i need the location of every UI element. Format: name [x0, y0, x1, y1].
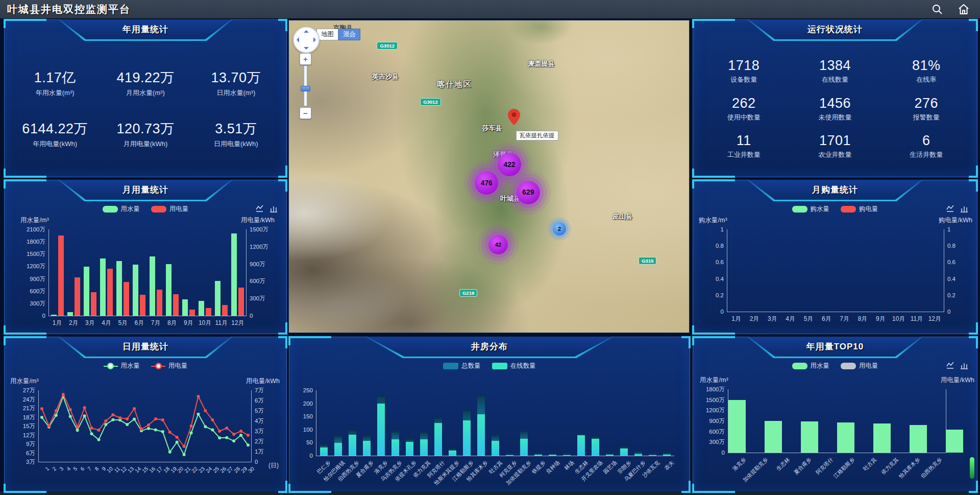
online-bar: [620, 449, 628, 456]
map-pan-control[interactable]: [293, 27, 320, 53]
panel-title-decor: 井房分布: [365, 337, 614, 358]
stacked-bar: [334, 390, 342, 456]
panel-title: 月用量统计: [60, 180, 231, 200]
run-status-stats: 1718设备数量 1384在线数量 81%在线率 262使用中数量 1456未使…: [698, 46, 972, 171]
x-axis-label: 9月: [876, 315, 886, 323]
map-type-button-map[interactable]: 地图: [316, 29, 338, 40]
stacked-bar: [420, 390, 428, 456]
bar-group: [449, 390, 456, 456]
bar-group: [84, 229, 96, 316]
chart-legend: 购水量购电量: [693, 205, 977, 214]
legend-swatch: [792, 363, 807, 369]
right-axis-title: 用电量/kWh: [246, 377, 280, 386]
panel-daily-usage-chart: 日用量统计 用水量用电量 用水量/m³用电量/kWh27万24万21万18万15…: [4, 337, 287, 492]
zoom-out-button[interactable]: −: [300, 107, 311, 119]
axis-tick-label: 300万: [709, 438, 725, 446]
axis-tick-label: 0: [947, 309, 950, 315]
x-axis-labels: 1月2月3月4月5月6月7月8月9月10月11月12月: [49, 316, 246, 339]
bar: [140, 295, 145, 316]
home-icon[interactable]: [958, 3, 970, 15]
map-type-button-hybrid[interactable]: 混合: [338, 29, 360, 40]
legend-item[interactable]: 用水量: [792, 362, 830, 370]
bar-group: [182, 229, 195, 316]
bar-group: [434, 390, 442, 456]
axis-tick-label: 1200万: [706, 407, 725, 414]
stacked-bar: [520, 390, 528, 456]
well-cluster-marker[interactable]: 476: [475, 171, 498, 195]
stacked-bar: [377, 390, 385, 456]
line-chart-toggle-icon[interactable]: [256, 205, 264, 215]
corner-decor: [969, 336, 978, 348]
stacked-bar: [492, 390, 499, 456]
dashboard: 叶城县井电双控监测平台 年用量统计 1.17亿年用水量(m³) 419.22万月…: [0, 0, 980, 495]
corner-decor: [969, 179, 978, 192]
well-cluster-marker[interactable]: 629: [517, 181, 540, 204]
axis-tick-label: 0: [250, 313, 253, 319]
online-bar: [334, 443, 342, 456]
road-badge: G219: [459, 289, 477, 297]
pan-up-icon[interactable]: [304, 30, 309, 33]
axis-tick-label: 0: [310, 453, 313, 459]
axis-tick-label: 0: [722, 450, 725, 456]
line-chart-toggle-icon[interactable]: [946, 362, 955, 371]
bar: [91, 292, 96, 316]
bar-chart-toggle-icon[interactable]: [960, 362, 969, 371]
bar: [873, 423, 891, 453]
pan-down-icon[interactable]: [304, 47, 309, 50]
bar: [67, 312, 73, 316]
well-cluster-marker[interactable]: 422: [498, 153, 521, 176]
bar-group: [67, 229, 80, 316]
well-cluster-marker[interactable]: 42: [488, 235, 508, 254]
x-axis-label: 5月: [804, 315, 814, 323]
satellite-map[interactable]: 克陶县 地图 混合 + − 瓦依提扎依提 英吉沙县喀什地区麦盖提县莎车县泽普县叶…: [289, 20, 689, 333]
legend-item[interactable]: 用电量: [151, 362, 188, 370]
legend-item[interactable]: 用水量: [103, 205, 140, 214]
legend-item[interactable]: 用电量: [841, 362, 878, 370]
zoom-in-button[interactable]: +: [300, 53, 311, 65]
axis-tick-label: 1200万: [27, 263, 45, 270]
chart-legend: 用水量用电量: [5, 205, 286, 214]
map-pin-icon[interactable]: [508, 109, 520, 125]
bar-chart-toggle-icon[interactable]: [960, 205, 969, 215]
panel-title-decor: 年用量统计: [58, 19, 233, 41]
online-bar: [663, 455, 671, 456]
x-axis-label: 6月: [822, 315, 831, 323]
legend-item[interactable]: 用电量: [151, 205, 189, 214]
legend-item[interactable]: 在线数量: [492, 362, 536, 370]
pan-right-icon[interactable]: [313, 37, 316, 42]
legend-label: 用电量: [169, 205, 189, 214]
online-bar: [549, 455, 556, 456]
monthly-purchase-plot: 购水量/m³购电量/kWh10.80.60.40.2010.80.60.40.2…: [727, 229, 944, 312]
left-axis-title: 用水量/m³: [10, 377, 39, 386]
well-cluster-marker[interactable]: 2: [553, 222, 566, 235]
bar: [182, 299, 188, 316]
x-axis-labels: 洛克乡加依提勒克乡生态林夏合甫乡阿克塔什江格勒斯乡吐古其依力克其恰其库木乡伯西热…: [728, 453, 946, 476]
bar-chart-toggle-icon[interactable]: [270, 205, 278, 215]
line-chart-toggle-icon[interactable]: [946, 205, 955, 215]
bar: [199, 301, 204, 316]
bar-series: [727, 229, 944, 312]
legend-item[interactable]: 购电量: [841, 205, 878, 214]
chart-scrollbar[interactable]: [970, 457, 974, 479]
corner-decor: [692, 19, 735, 28]
bar: [58, 235, 64, 316]
zoom-slider-handle[interactable]: [301, 86, 310, 91]
bar-group: [728, 389, 765, 453]
online-bar: [320, 447, 328, 456]
legend-item[interactable]: 总数量: [443, 362, 481, 370]
legend-item[interactable]: 购水量: [792, 205, 830, 214]
panel-title: 月购量统计: [749, 180, 922, 200]
pan-left-icon[interactable]: [297, 37, 299, 42]
x-axis-label: 10月: [199, 319, 211, 327]
stacked-bar: [663, 390, 671, 456]
search-icon[interactable]: [931, 3, 943, 15]
legend-item[interactable]: 用水量: [104, 362, 140, 370]
stacked-bar: [363, 390, 371, 456]
bar-group: [765, 389, 801, 453]
stacked-bar: [463, 390, 471, 456]
bar: [84, 267, 89, 316]
axis-tick-label: 4万: [255, 417, 264, 425]
map-place-label: 麦盖提县: [528, 59, 555, 68]
bar-group: [334, 390, 342, 456]
axis-tick-label: 0: [42, 313, 45, 319]
